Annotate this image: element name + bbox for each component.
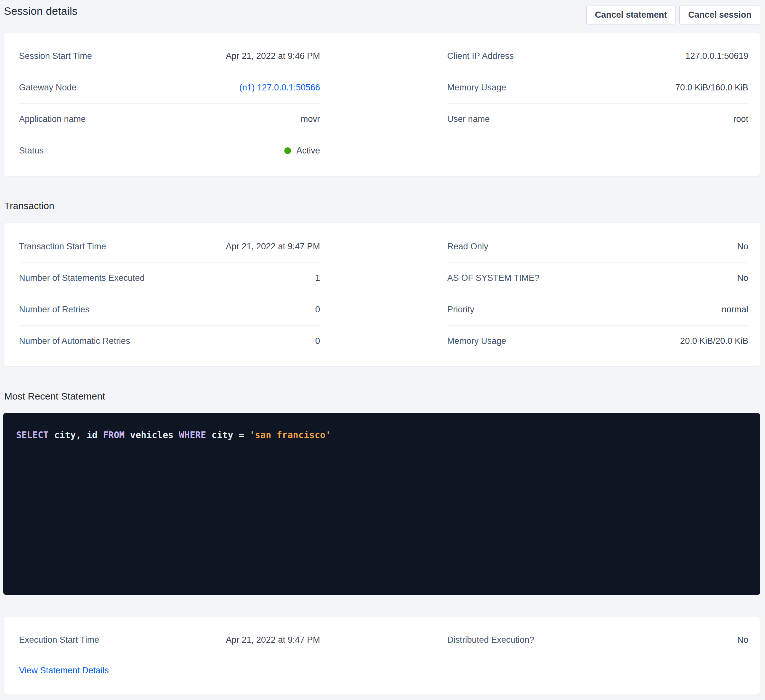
row-value: normal (721, 304, 748, 315)
sql-text: vehicles (124, 430, 179, 440)
number-of-retries-row: Number of Retries 0 (19, 294, 320, 326)
priority-row: Priority normal (447, 294, 748, 326)
row-label: Distributed Execution? (447, 635, 534, 645)
row-value: root (733, 114, 748, 124)
row-label: Number of Automatic Retries (19, 336, 130, 346)
execution-card: Execution Start Time Apr 21, 2022 at 9:4… (3, 617, 760, 695)
header-actions: Cancel statement Cancel session (586, 3, 760, 24)
transaction-section-heading: Transaction (4, 200, 760, 212)
row-value: Apr 21, 2022 at 9:47 PM (226, 242, 320, 251)
status-row: Status Active (19, 135, 320, 166)
row-value: Apr 21, 2022 at 9:46 PM (226, 51, 320, 61)
most-recent-statement-heading: Most Recent Statement (4, 391, 760, 402)
sql-text: city, id (49, 430, 103, 440)
sql-keyword: SELECT (16, 430, 49, 440)
row-label: Gateway Node (19, 83, 77, 93)
transaction-card: Transaction Start Time Apr 21, 2022 at 9… (3, 223, 760, 367)
transaction-start-time-row: Transaction Start Time Apr 21, 2022 at 9… (19, 231, 320, 262)
client-ip-row: Client IP Address 127.0.0.1:50619 (447, 41, 748, 72)
page-title: Session details (4, 3, 77, 19)
session-details-page: Session details Cancel statement Cancel … (0, 0, 765, 695)
row-label: Memory Usage (447, 83, 506, 93)
sql-keyword: FROM (103, 430, 124, 440)
sql-keyword: WHERE (179, 430, 206, 440)
row-label: Execution Start Time (19, 635, 99, 645)
gateway-node-row: Gateway Node (n1) 127.0.0.1:50566 (19, 72, 320, 104)
statements-executed-row: Number of Statements Executed 1 (19, 262, 320, 294)
row-value: No (737, 273, 748, 283)
row-label: Status (19, 146, 44, 156)
sql-statement-box: SELECT city, id FROM vehicles WHERE city… (3, 413, 760, 595)
row-label: Client IP Address (447, 51, 514, 61)
row-label: Transaction Start Time (19, 242, 106, 251)
sql-string-literal: 'san francisco' (250, 430, 331, 440)
page-header: Session details Cancel statement Cancel … (3, 0, 760, 32)
row-value: 0 (315, 304, 320, 315)
row-label: AS OF SYSTEM TIME? (447, 273, 539, 283)
distributed-execution-row: Distributed Execution? No (447, 625, 748, 655)
row-value: 20.0 KiB/20.0 KiB (680, 336, 748, 346)
session-card-right-column: Client IP Address 127.0.0.1:50619 Memory… (447, 41, 748, 135)
row-value: movr (301, 114, 320, 124)
transaction-card-right-column: Read Only No AS OF SYSTEM TIME? No Prior… (447, 231, 748, 357)
row-label: Read Only (447, 242, 488, 251)
session-card-left-column: Session Start Time Apr 21, 2022 at 9:46 … (19, 41, 320, 166)
view-statement-details-row: View Statement Details (19, 655, 320, 686)
sql-statement-code: SELECT city, id FROM vehicles WHERE city… (16, 430, 331, 440)
automatic-retries-row: Number of Automatic Retries 0 (19, 326, 320, 357)
read-only-row: Read Only No (447, 231, 748, 262)
transaction-memory-usage-row: Memory Usage 20.0 KiB/20.0 KiB (447, 326, 748, 357)
status-badge: Active (284, 146, 320, 156)
execution-start-time-row: Execution Start Time Apr 21, 2022 at 9:4… (19, 625, 320, 655)
application-name-row: Application name movr (19, 104, 320, 135)
row-value: No (737, 242, 748, 251)
status-text: Active (296, 146, 320, 156)
row-label: Application name (19, 114, 86, 124)
status-active-dot-icon (284, 148, 291, 154)
row-label: Session Start Time (19, 51, 92, 61)
row-value: No (737, 635, 748, 645)
row-label: Number of Statements Executed (19, 273, 145, 283)
execution-card-right-column: Distributed Execution? No (447, 625, 748, 655)
transaction-card-left-column: Transaction Start Time Apr 21, 2022 at 9… (19, 231, 320, 357)
row-value: 1 (315, 273, 320, 283)
row-value: 0 (315, 336, 320, 346)
session-details-card: Session Start Time Apr 21, 2022 at 9:46 … (3, 32, 760, 176)
row-label: Priority (447, 304, 474, 315)
row-value: 127.0.0.1:50619 (685, 51, 748, 61)
cancel-session-button[interactable]: Cancel session (679, 5, 760, 24)
as-of-system-time-row: AS OF SYSTEM TIME? No (447, 262, 748, 294)
row-label: Memory Usage (447, 336, 506, 346)
session-memory-usage-row: Memory Usage 70.0 KiB/160.0 KiB (447, 72, 748, 104)
execution-card-left-column: Execution Start Time Apr 21, 2022 at 9:4… (19, 625, 320, 686)
session-start-time-row: Session Start Time Apr 21, 2022 at 9:46 … (19, 41, 320, 72)
row-label: User name (447, 114, 490, 124)
row-value: Apr 21, 2022 at 9:47 PM (226, 635, 320, 645)
user-name-row: User name root (447, 104, 748, 135)
view-statement-details-link[interactable]: View Statement Details (19, 665, 109, 676)
gateway-node-link[interactable]: (n1) 127.0.0.1:50566 (239, 83, 320, 93)
sql-text: city = (206, 430, 250, 440)
row-label: Number of Retries (19, 304, 90, 315)
row-value: 70.0 KiB/160.0 KiB (675, 83, 748, 93)
cancel-statement-button[interactable]: Cancel statement (586, 5, 676, 24)
